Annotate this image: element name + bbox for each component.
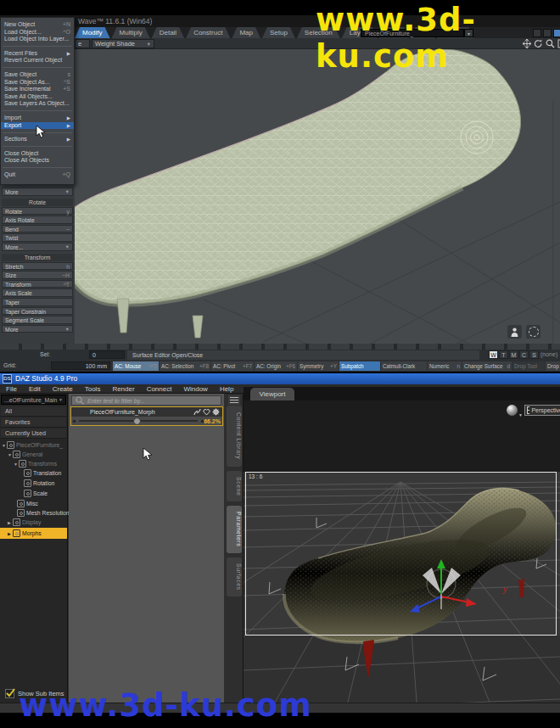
menu-item-save-object-as[interactable]: Save Object As...^S: [1, 79, 74, 87]
menu-item-load-object[interactable]: Load Object...^O: [1, 29, 74, 36]
menu-item-new-object[interactable]: New Object+N: [1, 21, 74, 29]
tab-modify[interactable]: Modify: [75, 27, 110, 38]
tree-item-transforms[interactable]: ▼Transforms: [14, 459, 57, 468]
tree-item-rotation[interactable]: Rotation: [24, 479, 54, 488]
menu-item-quit[interactable]: Quit+Q: [1, 171, 74, 179]
transform-button[interactable]: Transform^T: [2, 280, 73, 288]
size-button[interactable]: Size~H: [2, 271, 73, 279]
menu-item-save-layers-as-object[interactable]: Save Layers As Object...: [1, 100, 74, 108]
segment-scale-button[interactable]: Segment Scale: [2, 316, 73, 324]
ac-origin-button[interactable]: AC: Origin+F6: [255, 361, 297, 371]
drop-selection-button[interactable]: Drop Selection/: [546, 361, 560, 371]
tree-item-display[interactable]: ▶Display: [8, 518, 41, 527]
more-dropdown-button[interactable]: More▼: [2, 188, 73, 196]
tab-construct[interactable]: Construct: [186, 27, 230, 38]
taper-constrain-button[interactable]: Taper Constrain: [2, 307, 73, 316]
menu-connect[interactable]: Connect: [141, 384, 178, 393]
menu-file[interactable]: File: [0, 384, 23, 393]
tree-item-morphs[interactable]: ▶Morphs: [0, 528, 67, 539]
menu-item-import[interactable]: Import▶: [1, 115, 74, 122]
tree-item-general[interactable]: ▼General: [8, 450, 42, 459]
lightwave-statusbar-1: Sel: 0 Surface Editor Open/Close W T M C…: [0, 350, 560, 361]
toggle-s[interactable]: S: [529, 350, 539, 359]
slider-handle[interactable]: [133, 417, 141, 425]
menu-edit[interactable]: Edit: [23, 384, 47, 393]
node-icon: [24, 479, 31, 487]
tab-multiply[interactable]: Multiply: [112, 27, 150, 38]
menu-item-close-object[interactable]: Close Object: [1, 150, 74, 158]
subpatch-button[interactable]: Subpatch: [339, 361, 380, 371]
surface-editor-button[interactable]: Surface Editor Open/Close: [127, 350, 479, 360]
camera-selector[interactable]: Perspective: [524, 405, 560, 416]
lightwave-viewport[interactable]: [0, 49, 560, 344]
filter-item-all[interactable]: All: [1, 406, 66, 417]
menu-create[interactable]: Create: [47, 384, 79, 393]
toggle-w[interactable]: W: [489, 350, 498, 359]
ac-selection-button[interactable]: AC: Selection+F8: [160, 361, 210, 371]
filter-item-currently-used[interactable]: Currently Used: [1, 428, 66, 439]
numeric-button[interactable]: Numericn: [428, 361, 462, 371]
chevron-down-icon[interactable]: ▼: [518, 412, 523, 417]
link-icon[interactable]: [193, 408, 201, 416]
tab-surfaces[interactable]: Surfaces: [227, 557, 242, 596]
tab-setup[interactable]: Setup: [262, 27, 295, 38]
menu-item-close-all-objects[interactable]: Close All Objects: [1, 157, 74, 165]
menu-render[interactable]: Render: [106, 384, 140, 393]
tab-map[interactable]: Map: [232, 27, 260, 38]
twist-button[interactable]: Twist: [2, 233, 73, 242]
show-sub-items-checkbox[interactable]: [5, 689, 14, 698]
tab-content-library[interactable]: Content Library: [227, 406, 242, 467]
menu-item-save-incremental[interactable]: Save Incremental+S: [1, 86, 74, 93]
drop-tool-button[interactable]: Drop Tool: [512, 361, 545, 371]
tree-item-mesh-resolution[interactable]: Mesh Resolution: [17, 508, 70, 518]
ac-pivot-button[interactable]: AC: Pivot+F7: [211, 361, 254, 371]
toggle-c[interactable]: C: [519, 350, 529, 359]
symmetry-button[interactable]: Symmetry+Y: [298, 361, 339, 371]
parameters-scope-combo[interactable]: ...eOfFurniture_Main▼: [1, 395, 66, 405]
parameter-filter-input[interactable]: Enter text to filter by...: [71, 395, 221, 406]
draw-style-sphere-icon[interactable]: [507, 405, 518, 416]
menu-item-recent-files[interactable]: Recent Files▶: [1, 50, 74, 58]
tab-detail[interactable]: Detail: [152, 27, 184, 38]
tree-item-root[interactable]: ▼PieceOfFurniture_: [2, 440, 63, 450]
stretch-button[interactable]: Stretchh: [2, 262, 73, 271]
menu-help[interactable]: Help: [214, 384, 239, 393]
shade-mode-combo[interactable]: Weight Shade▼: [92, 39, 154, 48]
menu-item-save-all-objects[interactable]: Save All Objects...: [1, 93, 74, 101]
tab-scene[interactable]: Scene: [227, 471, 242, 501]
slider-track[interactable]: [79, 420, 198, 422]
tab-parameters[interactable]: Parameters: [227, 506, 242, 553]
rotate-more-button[interactable]: More...▼: [2, 243, 73, 251]
taper-button[interactable]: Taper: [2, 298, 73, 306]
pane-menu-icon[interactable]: [228, 395, 240, 405]
menu-item-load-object-into-layer[interactable]: Load Object Into Layer...: [1, 36, 74, 43]
slider-left-nudge[interactable]: [72, 419, 76, 423]
menu-window[interactable]: Window: [177, 384, 213, 393]
menu-tools[interactable]: Tools: [79, 384, 107, 393]
menu-item-save-object[interactable]: Save Objects: [1, 71, 74, 79]
catmull-clark-button[interactable]: Catmull-Clark: [381, 361, 427, 371]
daz-viewport[interactable]: y: [244, 400, 560, 713]
filter-item-favorites[interactable]: Favorites: [1, 417, 66, 428]
transform-more-button[interactable]: More▼: [2, 325, 73, 333]
axis-scale-button[interactable]: Axis Scale: [2, 288, 73, 297]
toggle-m[interactable]: M: [509, 350, 518, 359]
morph-slider[interactable]: 66.2%: [71, 417, 222, 425]
viewport-rotate-button[interactable]: [526, 325, 540, 339]
viewport-tab[interactable]: Viewport: [250, 388, 294, 400]
gear-icon[interactable]: [212, 408, 220, 416]
tree-item-misc[interactable]: Misc: [17, 499, 38, 508]
bend-button[interactable]: Bend~: [2, 225, 73, 233]
toggle-t[interactable]: T: [499, 350, 508, 359]
viewport-center-item-button[interactable]: [507, 325, 522, 339]
tree-item-scale[interactable]: Scale: [24, 489, 48, 498]
layer-bank-strip[interactable]: [0, 344, 560, 350]
axis-rotate-button[interactable]: Axis Rotate: [2, 216, 73, 224]
rotate-button[interactable]: Rotatey: [2, 207, 73, 216]
viewport-type-combo[interactable]: e▼: [75, 39, 90, 48]
menu-item-revert-current-object[interactable]: Revert Current Object: [1, 57, 74, 64]
change-surface-button[interactable]: Change Surfaced: [462, 361, 512, 371]
favorite-heart-icon[interactable]: [203, 408, 210, 416]
tree-item-translation[interactable]: Translation: [24, 468, 61, 478]
ac-mouse-button[interactable]: AC: Mouse+F5: [113, 361, 159, 371]
